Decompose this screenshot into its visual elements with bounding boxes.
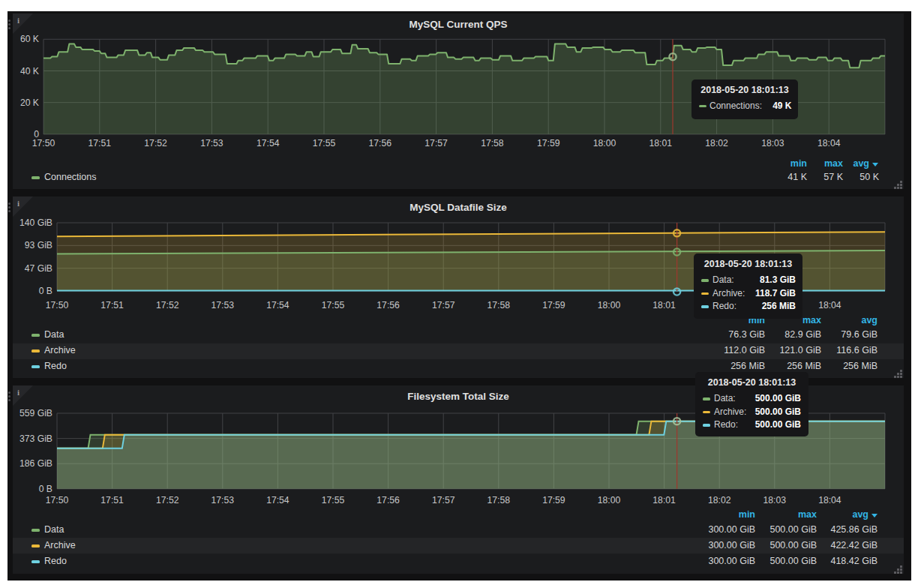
svg-text:140 GiB: 140 GiB — [20, 218, 52, 228]
svg-text:17:52: 17:52 — [156, 300, 179, 310]
svg-text:17:50: 17:50 — [46, 495, 69, 506]
svg-text:93 GiB: 93 GiB — [25, 240, 52, 250]
svg-text:17:59: 17:59 — [542, 300, 566, 310]
svg-text:17:59: 17:59 — [537, 138, 560, 148]
svg-text:17:52: 17:52 — [156, 495, 179, 506]
svg-text:17:55: 17:55 — [322, 300, 345, 310]
svg-text:0 B: 0 B — [39, 484, 52, 494]
svg-text:186 GiB: 186 GiB — [20, 458, 52, 469]
svg-text:17:55: 17:55 — [322, 495, 345, 506]
svg-text:17:56: 17:56 — [369, 138, 392, 148]
svg-text:17:58: 17:58 — [488, 300, 511, 310]
svg-text:18:01: 18:01 — [650, 138, 673, 148]
svg-text:18:00: 18:00 — [593, 138, 616, 148]
svg-text:18:04: 18:04 — [818, 495, 842, 506]
svg-text:17:50: 17:50 — [46, 300, 69, 310]
svg-text:18:02: 18:02 — [708, 495, 731, 506]
svg-text:20 K: 20 K — [20, 98, 39, 108]
svg-text:18:00: 18:00 — [598, 300, 621, 310]
svg-text:17:53: 17:53 — [212, 495, 235, 506]
svg-text:17:50: 17:50 — [32, 138, 56, 148]
svg-text:17:56: 17:56 — [376, 300, 400, 310]
svg-text:18:01: 18:01 — [652, 300, 676, 310]
svg-text:17:55: 17:55 — [313, 138, 336, 148]
svg-text:17:54: 17:54 — [266, 300, 290, 310]
svg-text:40 K: 40 K — [20, 66, 39, 76]
svg-text:18:01: 18:01 — [652, 495, 676, 506]
svg-text:17:57: 17:57 — [432, 300, 455, 310]
svg-text:17:58: 17:58 — [481, 138, 504, 148]
svg-text:17:57: 17:57 — [424, 138, 448, 148]
svg-text:559 GiB: 559 GiB — [20, 408, 52, 418]
svg-text:17:51: 17:51 — [88, 138, 112, 148]
svg-text:17:51: 17:51 — [100, 300, 124, 310]
svg-text:17:59: 17:59 — [542, 495, 566, 506]
svg-text:17:57: 17:57 — [432, 495, 455, 506]
svg-text:18:03: 18:03 — [761, 138, 784, 148]
svg-text:18:02: 18:02 — [705, 138, 728, 148]
svg-text:18:04: 18:04 — [818, 300, 842, 310]
svg-text:17:54: 17:54 — [256, 138, 280, 148]
svg-text:17:54: 17:54 — [266, 495, 290, 506]
svg-text:18:00: 18:00 — [598, 495, 621, 506]
svg-text:18:04: 18:04 — [818, 138, 841, 148]
svg-text:0 B: 0 B — [39, 286, 52, 296]
svg-text:17:52: 17:52 — [144, 138, 167, 148]
svg-text:17:56: 17:56 — [376, 495, 400, 506]
svg-text:60 K: 60 K — [20, 34, 39, 44]
svg-text:17:51: 17:51 — [100, 495, 124, 506]
svg-text:18:03: 18:03 — [764, 495, 787, 506]
svg-text:47 GiB: 47 GiB — [25, 263, 52, 274]
svg-text:17:53: 17:53 — [200, 138, 224, 148]
svg-text:17:58: 17:58 — [488, 495, 511, 506]
svg-text:17:53: 17:53 — [212, 300, 235, 310]
svg-text:373 GiB: 373 GiB — [20, 434, 52, 444]
